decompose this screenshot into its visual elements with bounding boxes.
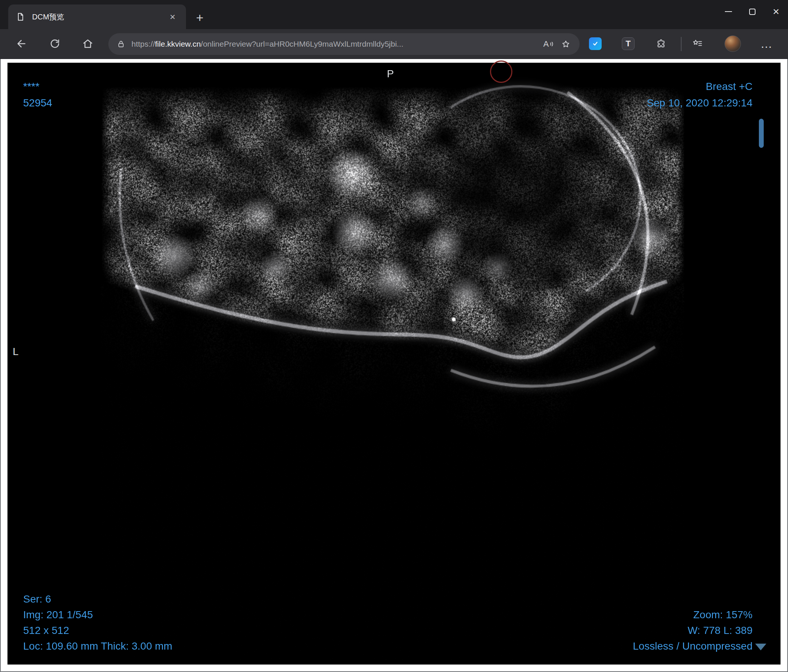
overlay-patient-info: **** 52954 <box>23 78 52 111</box>
dicom-viewer: **** 52954 Breast +C Sep 10, 2020 12:29:… <box>8 63 780 664</box>
minimize-button[interactable] <box>716 0 740 23</box>
refresh-button[interactable] <box>44 33 65 54</box>
slice-location: Loc: 109.60 mm Thick: 3.00 mm <box>23 639 172 654</box>
tab-close-icon[interactable]: × <box>166 10 179 24</box>
series-number: Ser: 6 <box>23 591 172 607</box>
close-button[interactable]: × <box>764 0 788 23</box>
back-button[interactable] <box>11 33 32 54</box>
window-controls: × <box>716 0 788 23</box>
page-background: **** 52954 Breast +C Sep 10, 2020 12:29:… <box>0 59 788 672</box>
patient-number: 52954 <box>23 95 52 111</box>
scrollbar-thumb[interactable] <box>759 119 764 148</box>
url-text: https://file.kkview.cn/onlinePreview?url… <box>132 40 540 49</box>
tab-strip: DCM预览 × + × <box>0 0 788 29</box>
image-matrix: 512 x 512 <box>23 623 172 639</box>
browser-window: DCM预览 × + × https://file.kkview.cn/onlin… <box>0 0 788 672</box>
overlay-display-info: Zoom: 157% W: 778 L: 389 Lossless / Unco… <box>632 607 753 654</box>
patient-id-masked: **** <box>23 78 52 95</box>
study-datetime: Sep 10, 2020 12:29:14 <box>647 95 753 111</box>
orientation-marker-posterior: P <box>387 68 394 80</box>
extensions-puzzle-icon[interactable] <box>651 33 672 54</box>
read-aloud-icon[interactable]: A <box>540 35 557 52</box>
browser-tab[interactable]: DCM预览 × <box>8 5 186 29</box>
overlay-series-info: Ser: 6 Img: 201 1/545 512 x 512 Loc: 109… <box>23 591 172 654</box>
document-icon <box>15 11 26 22</box>
scroll-down-arrow[interactable] <box>755 643 766 650</box>
study-description: Breast +C <box>647 78 753 95</box>
orientation-marker-left: L <box>13 346 19 358</box>
favorite-star-icon[interactable] <box>557 35 574 52</box>
more-menu-icon[interactable]: … <box>756 33 777 54</box>
window-level: W: 778 L: 389 <box>632 623 753 639</box>
url-scheme: https:// <box>132 40 155 48</box>
extension-blue-badge <box>589 37 602 50</box>
minimize-icon <box>725 11 732 12</box>
zoom-level: Zoom: 157% <box>632 607 753 623</box>
image-number: Img: 201 1/545 <box>23 607 172 623</box>
favorites-bar-icon[interactable] <box>687 33 708 54</box>
extension-t-badge: T <box>622 37 634 50</box>
compression-info: Lossless / Uncompressed <box>632 639 753 654</box>
home-button[interactable] <box>77 33 98 54</box>
toolbar-divider <box>681 37 682 51</box>
new-tab-button[interactable]: + <box>191 9 208 26</box>
read-aloud-letter: A <box>543 39 549 49</box>
tab-title: DCM预览 <box>32 12 166 22</box>
lock-icon[interactable] <box>114 36 129 52</box>
url-host: file.kkview.cn <box>155 40 201 48</box>
maximize-button[interactable] <box>740 0 764 23</box>
overlay-study-info: Breast +C Sep 10, 2020 12:29:14 <box>647 78 753 111</box>
close-icon: × <box>773 6 779 17</box>
extension-blue-icon[interactable] <box>585 33 606 54</box>
url-path: /onlinePreview?url=aHR0cHM6Ly9maWxlLmtrd… <box>201 40 404 48</box>
address-bar[interactable]: https://file.kkview.cn/onlinePreview?url… <box>108 33 580 55</box>
extension-tampermonkey-icon[interactable]: T <box>618 33 639 54</box>
profile-avatar[interactable] <box>724 35 741 52</box>
maximize-icon <box>749 9 756 15</box>
annotation-circle <box>490 60 512 83</box>
navigation-bar: https://file.kkview.cn/onlinePreview?url… <box>0 29 788 59</box>
dicom-image[interactable] <box>101 74 684 660</box>
